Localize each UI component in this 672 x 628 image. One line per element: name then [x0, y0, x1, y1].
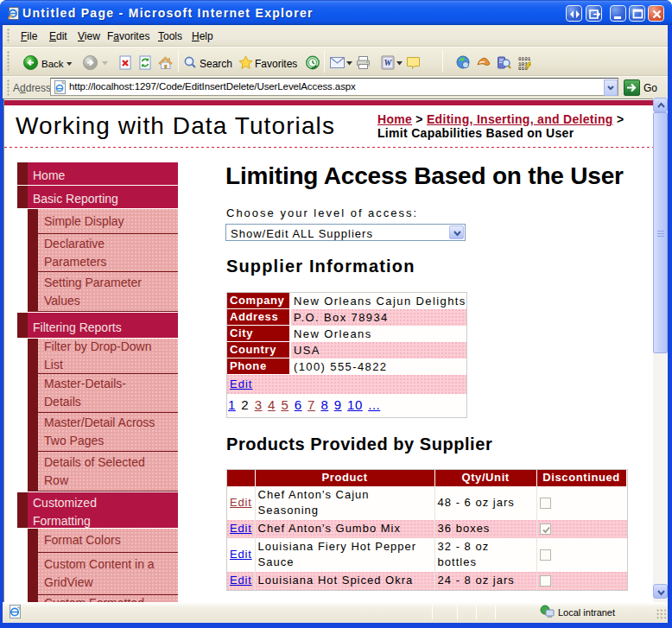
svg-text:W: W — [384, 58, 393, 67]
